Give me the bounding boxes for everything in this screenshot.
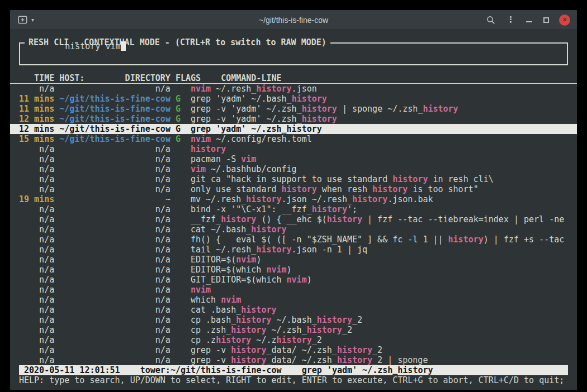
history-row[interactable]: n/an/afh() { eval $( ([ -n "$ZSH_NAME" ]… bbox=[10, 235, 577, 245]
search-input[interactable]: history vim bbox=[25, 31, 126, 61]
match-highlight: history bbox=[231, 345, 266, 355]
table-header: TIME HOST: DIRECTORY FLAGS COMMAND-LINE bbox=[10, 73, 577, 84]
row-command: history bbox=[191, 144, 568, 154]
history-row[interactable]: n/an/acp .zhistory ~/.zhistory_2 bbox=[10, 335, 577, 345]
row-command: bind -x '"\C-x1": __fzf_history'; bbox=[191, 204, 568, 214]
history-row[interactable]: n/an/avim ~/.bashhub/config bbox=[10, 164, 577, 174]
row-command: EDITOR=$(nvim) bbox=[191, 255, 568, 265]
terminal-window: ▾ ~/git/this-is-fine-cow ⋮ ✕ bbox=[10, 10, 577, 390]
history-row[interactable]: n/an/aEDITOR=$(nvim) bbox=[10, 255, 577, 265]
history-row-selected[interactable]: 12 mins~/git/this-is-fine-cowGgrep 'yadm… bbox=[10, 124, 577, 134]
row-directory: ~/git/this-is-fine-cow bbox=[59, 134, 171, 144]
maximize-button[interactable] bbox=[542, 16, 550, 24]
history-row[interactable]: n/an/anvim bbox=[10, 285, 577, 295]
command-text: cp .zsh_ bbox=[191, 325, 231, 335]
command-text: mv ~/.resh_ bbox=[191, 194, 246, 204]
menu-button[interactable]: ⋮ bbox=[505, 15, 516, 25]
history-row[interactable]: 19 mins~mv ~/.resh_history.json ~/.resh_… bbox=[10, 194, 577, 204]
row-time: n/a bbox=[19, 325, 54, 335]
history-row[interactable]: n/an/agrep -v history_data/ ~/.zsh_histo… bbox=[10, 345, 577, 355]
search-box: RESH CLI - CONTEXTUAL MODE - (CTRL+R to … bbox=[19, 42, 568, 65]
search-icon bbox=[486, 16, 495, 25]
new-tab-icon bbox=[18, 16, 27, 24]
row-time: n/a bbox=[19, 84, 54, 94]
match-highlight: history bbox=[277, 335, 312, 345]
match-highlight: history bbox=[372, 184, 408, 194]
match-highlight: history bbox=[251, 224, 286, 235]
row-git-flag bbox=[176, 305, 186, 315]
command-text: cat .bash_ bbox=[191, 305, 241, 315]
history-row[interactable]: n/an/aonly use standard history when res… bbox=[10, 184, 577, 194]
history-row[interactable]: n/an/apacman -S vim bbox=[10, 154, 577, 164]
row-command: cat .bash_history bbox=[191, 305, 568, 315]
command-text: ) | fzf +s --tac bbox=[484, 235, 565, 245]
history-rows: n/an/anvim ~/.resh_history.json11 mins~/… bbox=[10, 84, 577, 365]
close-button[interactable]: ✕ bbox=[559, 15, 570, 26]
history-row[interactable]: n/an/awhich nvim bbox=[10, 295, 577, 305]
history-row[interactable]: n/an/acat ~/.bash_history bbox=[10, 224, 577, 235]
history-row[interactable]: n/an/acp .zsh_history ~/.zsh_history_2 bbox=[10, 325, 577, 335]
row-time: 19 mins bbox=[19, 194, 54, 204]
match-highlight: nvim bbox=[191, 84, 211, 94]
history-row[interactable]: n/an/a__fzf_history () { __ehc $(history… bbox=[10, 214, 577, 224]
row-command: fh() { eval $( ([ -n "$ZSH_NAME" ] && fc… bbox=[191, 235, 568, 245]
command-text: in resh cli\ bbox=[428, 174, 493, 184]
history-row[interactable]: 11 mins~/git/this-is-fine-cowGgrep -v 'y… bbox=[10, 104, 577, 114]
row-time: n/a bbox=[19, 285, 54, 295]
row-command: nvim bbox=[191, 285, 568, 295]
status-command: grep 'yadm' ~/.zsh_history bbox=[302, 365, 433, 375]
header-time: TIME bbox=[19, 73, 54, 83]
row-directory: n/a bbox=[59, 255, 171, 265]
match-highlight: history bbox=[216, 335, 251, 345]
row-directory: n/a bbox=[59, 154, 171, 164]
history-row[interactable]: n/an/agrep -v history_data/ ~/.zsh_histo… bbox=[10, 355, 577, 365]
history-row[interactable]: n/an/agit ca "hack in support to use sta… bbox=[10, 174, 577, 184]
search-query-text: history vim bbox=[65, 41, 120, 51]
tab-dropdown-button[interactable]: ▾ bbox=[30, 16, 35, 24]
history-row[interactable]: 11 mins~/git/this-is-fine-cowGgrep 'yadm… bbox=[10, 94, 577, 104]
history-row[interactable]: n/an/aGIT_EDITOR=$(which nvim) bbox=[10, 275, 577, 285]
terminal-content: RESH CLI - CONTEXTUAL MODE - (CTRL+R to … bbox=[10, 30, 577, 390]
row-command: __fzf_history () { __ehc $(history | fzf… bbox=[191, 214, 568, 224]
history-row[interactable]: n/an/atail ~/.resh_history.json -n 1 | j… bbox=[10, 245, 577, 255]
command-text: ~/.bash_ bbox=[271, 315, 316, 325]
row-git-flag bbox=[176, 144, 186, 154]
header-host-directory: HOST: DIRECTORY bbox=[59, 73, 171, 83]
row-command: tail ~/.resh_history.json -n 1 | jq bbox=[191, 245, 568, 255]
row-git-flag bbox=[176, 265, 186, 275]
row-git-flag bbox=[176, 285, 186, 295]
new-tab-button[interactable] bbox=[17, 15, 29, 25]
command-text: ~/.z bbox=[251, 335, 276, 345]
history-row[interactable]: n/an/ahistory bbox=[10, 144, 577, 154]
history-row[interactable]: n/an/anvim ~/.resh_history.json bbox=[10, 84, 577, 94]
row-directory: n/a bbox=[59, 295, 171, 305]
status-bar: 2020-05-11 12:01:51 tower:~/git/this-is-… bbox=[19, 365, 568, 375]
match-highlight: history bbox=[236, 315, 271, 325]
row-time: n/a bbox=[19, 355, 54, 365]
close-icon: ✕ bbox=[562, 17, 567, 23]
row-time: n/a bbox=[19, 345, 54, 355]
history-row[interactable]: n/an/acp .bash_history ~/.bash_history_2 bbox=[10, 315, 577, 325]
match-highlight: history bbox=[337, 345, 372, 355]
row-git-flag bbox=[176, 275, 186, 285]
match-highlight: history bbox=[241, 305, 276, 315]
history-row[interactable]: n/an/aEDITOR=$(which nvim) bbox=[10, 265, 577, 275]
row-git-flag bbox=[176, 154, 186, 164]
search-button[interactable] bbox=[485, 15, 496, 26]
row-time: n/a bbox=[19, 305, 54, 315]
history-row[interactable]: n/an/acat .bash_history bbox=[10, 305, 577, 315]
history-row[interactable]: 15 mins~/git/this-is-fine-cowGnvim ~/.co… bbox=[10, 134, 577, 144]
command-text: .json -n 1 | jq bbox=[292, 245, 367, 255]
minimize-button[interactable] bbox=[525, 16, 533, 23]
row-time: n/a bbox=[19, 235, 54, 245]
command-text: EDITOR=$(which bbox=[191, 265, 266, 275]
minimize-icon bbox=[526, 21, 532, 22]
history-row[interactable]: n/an/abind -x '"\C-x1": __fzf_history'; bbox=[10, 204, 577, 214]
match-highlight: nvim bbox=[191, 134, 211, 144]
titlebar[interactable]: ▾ ~/git/this-is-fine-cow ⋮ ✕ bbox=[10, 10, 577, 30]
row-directory: ~ bbox=[59, 194, 171, 204]
command-text: is too short" bbox=[408, 184, 478, 194]
row-directory: n/a bbox=[59, 204, 171, 214]
history-row[interactable]: 12 mins~/git/this-is-fine-cowGgrep -v 'y… bbox=[10, 114, 577, 124]
row-time: n/a bbox=[19, 174, 54, 184]
